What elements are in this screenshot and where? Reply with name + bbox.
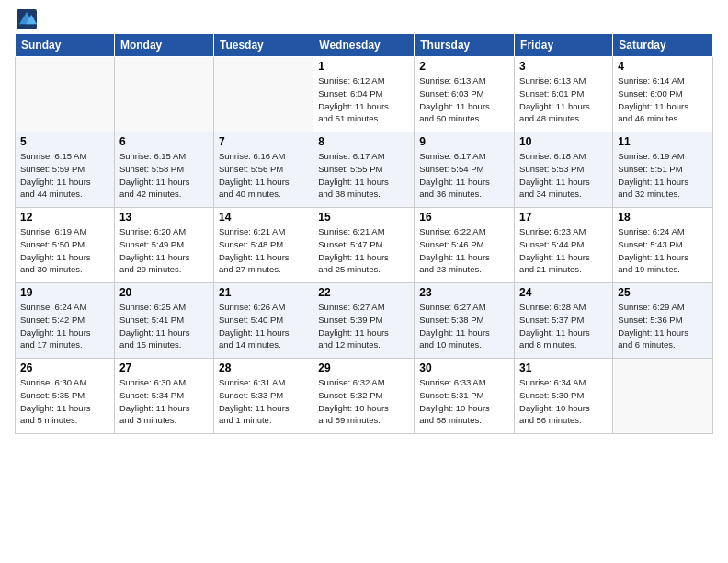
day-info: Sunrise: 6:17 AMSunset: 5:55 PMDaylight:… [318,150,409,201]
day-cell: 19Sunrise: 6:24 AMSunset: 5:42 PMDayligh… [16,283,115,359]
logo-icon [17,9,37,29]
day-cell: 4Sunrise: 6:14 AMSunset: 6:00 PMDaylight… [613,57,713,132]
day-info: Sunrise: 6:24 AMSunset: 5:42 PMDaylight:… [20,301,109,351]
day-info: Sunrise: 6:30 AMSunset: 5:35 PMDaylight:… [20,376,109,427]
day-info: Sunrise: 6:21 AMSunset: 5:47 PMDaylight:… [318,225,409,276]
day-number: 27 [119,362,209,374]
day-number: 6 [119,135,209,148]
weekday-header-friday: Friday [515,34,613,57]
day-number: 12 [20,211,109,224]
day-number: 17 [519,211,608,224]
day-cell: 12Sunrise: 6:19 AMSunset: 5:50 PMDayligh… [16,208,115,283]
day-number: 20 [119,286,209,299]
day-cell: 31Sunrise: 6:34 AMSunset: 5:30 PMDayligh… [515,359,613,434]
day-number: 10 [519,135,608,148]
day-info: Sunrise: 6:31 AMSunset: 5:33 PMDaylight:… [219,376,308,427]
day-number: 30 [419,362,509,374]
day-cell: 24Sunrise: 6:28 AMSunset: 5:37 PMDayligh… [515,283,613,359]
day-cell: 17Sunrise: 6:23 AMSunset: 5:44 PMDayligh… [515,208,613,283]
day-number: 26 [20,362,109,374]
day-number: 25 [618,286,708,299]
day-cell: 6Sunrise: 6:15 AMSunset: 5:58 PMDaylight… [114,132,213,208]
calendar-container: SundayMondayTuesdayWednesdayThursdayFrid… [0,0,728,443]
day-number: 24 [519,286,608,299]
weekday-header-wednesday: Wednesday [313,34,415,57]
day-number: 18 [618,211,708,224]
day-info: Sunrise: 6:14 AMSunset: 6:00 PMDaylight:… [618,75,708,125]
day-cell: 1Sunrise: 6:12 AMSunset: 6:04 PMDaylight… [313,57,415,132]
day-info: Sunrise: 6:18 AMSunset: 5:53 PMDaylight:… [519,150,608,201]
weekday-header-sunday: Sunday [16,34,115,57]
day-info: Sunrise: 6:12 AMSunset: 6:04 PMDaylight:… [318,75,409,125]
day-info: Sunrise: 6:13 AMSunset: 6:03 PMDaylight:… [419,75,509,125]
day-info: Sunrise: 6:21 AMSunset: 5:48 PMDaylight:… [219,225,308,276]
day-number: 22 [318,286,409,299]
day-cell [16,57,115,132]
day-number: 23 [419,286,509,299]
week-row-3: 12Sunrise: 6:19 AMSunset: 5:50 PMDayligh… [16,208,713,283]
day-cell: 16Sunrise: 6:22 AMSunset: 5:46 PMDayligh… [415,208,515,283]
day-cell: 14Sunrise: 6:21 AMSunset: 5:48 PMDayligh… [213,208,313,283]
day-info: Sunrise: 6:23 AMSunset: 5:44 PMDaylight:… [519,225,608,276]
day-info: Sunrise: 6:30 AMSunset: 5:34 PMDaylight:… [119,376,209,427]
day-number: 16 [419,211,509,224]
day-info: Sunrise: 6:16 AMSunset: 5:56 PMDaylight:… [219,150,308,201]
day-cell: 26Sunrise: 6:30 AMSunset: 5:35 PMDayligh… [16,359,115,434]
day-number: 9 [419,135,509,148]
day-info: Sunrise: 6:25 AMSunset: 5:41 PMDaylight:… [119,301,209,351]
day-cell: 21Sunrise: 6:26 AMSunset: 5:40 PMDayligh… [213,283,313,359]
day-info: Sunrise: 6:27 AMSunset: 5:38 PMDaylight:… [419,301,509,351]
weekday-header-row: SundayMondayTuesdayWednesdayThursdayFrid… [16,34,713,57]
day-info: Sunrise: 6:15 AMSunset: 5:59 PMDaylight:… [20,150,109,201]
week-row-5: 26Sunrise: 6:30 AMSunset: 5:35 PMDayligh… [16,359,713,434]
day-number: 7 [219,135,308,148]
day-info: Sunrise: 6:24 AMSunset: 5:43 PMDaylight:… [618,225,708,276]
day-cell: 13Sunrise: 6:20 AMSunset: 5:49 PMDayligh… [114,208,213,283]
day-number: 21 [219,286,308,299]
header [15,9,713,29]
day-number: 11 [618,135,708,148]
day-info: Sunrise: 6:26 AMSunset: 5:40 PMDaylight:… [219,301,308,351]
day-cell [213,57,313,132]
day-number: 4 [618,60,708,73]
day-cell [613,359,713,434]
day-cell: 9Sunrise: 6:17 AMSunset: 5:54 PMDaylight… [415,132,515,208]
day-cell: 11Sunrise: 6:19 AMSunset: 5:51 PMDayligh… [613,132,713,208]
week-row-4: 19Sunrise: 6:24 AMSunset: 5:42 PMDayligh… [16,283,713,359]
day-info: Sunrise: 6:19 AMSunset: 5:50 PMDaylight:… [20,225,109,276]
logo [15,9,37,29]
day-number: 15 [318,211,409,224]
day-cell: 27Sunrise: 6:30 AMSunset: 5:34 PMDayligh… [114,359,213,434]
day-cell: 30Sunrise: 6:33 AMSunset: 5:31 PMDayligh… [415,359,515,434]
day-cell: 3Sunrise: 6:13 AMSunset: 6:01 PMDaylight… [515,57,613,132]
day-number: 14 [219,211,308,224]
weekday-header-tuesday: Tuesday [213,34,313,57]
day-cell: 2Sunrise: 6:13 AMSunset: 6:03 PMDaylight… [415,57,515,132]
day-info: Sunrise: 6:19 AMSunset: 5:51 PMDaylight:… [618,150,708,201]
day-info: Sunrise: 6:20 AMSunset: 5:49 PMDaylight:… [119,225,209,276]
day-number: 19 [20,286,109,299]
day-cell: 8Sunrise: 6:17 AMSunset: 5:55 PMDaylight… [313,132,415,208]
day-number: 31 [519,362,608,374]
day-cell: 28Sunrise: 6:31 AMSunset: 5:33 PMDayligh… [213,359,313,434]
day-info: Sunrise: 6:15 AMSunset: 5:58 PMDaylight:… [119,150,209,201]
day-info: Sunrise: 6:17 AMSunset: 5:54 PMDaylight:… [419,150,509,201]
day-info: Sunrise: 6:22 AMSunset: 5:46 PMDaylight:… [419,225,509,276]
day-cell: 5Sunrise: 6:15 AMSunset: 5:59 PMDaylight… [16,132,115,208]
week-row-1: 1Sunrise: 6:12 AMSunset: 6:04 PMDaylight… [16,57,713,132]
day-number: 5 [20,135,109,148]
day-info: Sunrise: 6:27 AMSunset: 5:39 PMDaylight:… [318,301,409,351]
day-cell: 25Sunrise: 6:29 AMSunset: 5:36 PMDayligh… [613,283,713,359]
day-info: Sunrise: 6:33 AMSunset: 5:31 PMDaylight:… [419,376,509,427]
day-info: Sunrise: 6:28 AMSunset: 5:37 PMDaylight:… [519,301,608,351]
calendar-table: SundayMondayTuesdayWednesdayThursdayFrid… [15,33,713,434]
day-number: 29 [318,362,409,374]
day-info: Sunrise: 6:29 AMSunset: 5:36 PMDaylight:… [618,301,708,351]
day-info: Sunrise: 6:32 AMSunset: 5:32 PMDaylight:… [318,376,409,427]
day-cell: 23Sunrise: 6:27 AMSunset: 5:38 PMDayligh… [415,283,515,359]
day-info: Sunrise: 6:34 AMSunset: 5:30 PMDaylight:… [519,376,608,427]
day-cell: 29Sunrise: 6:32 AMSunset: 5:32 PMDayligh… [313,359,415,434]
day-cell: 22Sunrise: 6:27 AMSunset: 5:39 PMDayligh… [313,283,415,359]
weekday-header-monday: Monday [114,34,213,57]
day-number: 13 [119,211,209,224]
